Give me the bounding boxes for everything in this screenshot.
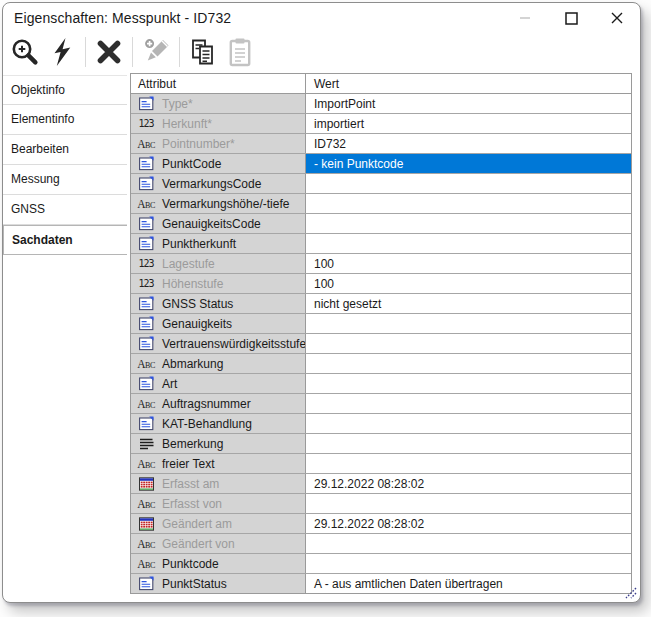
table-row[interactable]: PunktStatus A - aus amtlichen Daten über… [131,574,631,593]
attribute-cell: Abc Vermarkungshöhe/-tiefe [131,194,306,213]
attribute-label: VermarkungsCode [162,177,261,191]
attribute-label: Erfasst am [162,477,219,491]
text-icon: Abc [136,458,156,470]
table-row[interactable]: Art [131,374,631,394]
tab-label: Objektinfo [11,83,65,97]
screen: Eigenschaften: Messpunkt - ID732 Objekti… [0,0,651,617]
table-row[interactable]: Abc freier Text [131,454,631,474]
form-icon [136,216,156,231]
edit-add-button[interactable] [141,36,171,68]
attribute-label: Erfasst von [162,497,222,511]
value-cell: 29.12.2022 08:28:02 [306,514,631,533]
close-button[interactable] [594,3,640,33]
attribute-label: Höhenstufe [162,277,223,291]
table-row[interactable]: Type* ImportPoint [131,94,631,114]
attribute-label: GNSS Status [162,297,233,311]
table-row[interactable]: Abc Pointnumber* ID732 [131,134,631,154]
table-row[interactable]: 123 Höhenstufe 100 [131,274,631,294]
table-row[interactable]: GNSS Status nicht gesetzt [131,294,631,314]
form-icon [136,416,156,431]
attribute-label: Vertrauenswürdigkeitsstufe [162,337,306,351]
zoom-in-icon [10,37,40,67]
sidebar-tabs: Objektinfo Elementinfo Bearbeiten Messun… [3,71,127,598]
table-row[interactable]: 123 Herkunft* importiert [131,114,631,134]
number-icon: 123 [136,258,156,269]
attribute-cell: Abc freier Text [131,454,306,473]
text-icon: Abc [136,358,156,370]
header-wert: Wert [306,74,631,93]
value-cell [306,334,631,353]
table-row[interactable]: Bemerkung [131,434,631,454]
attribute-label: Type* [162,97,193,111]
table-row[interactable]: Abc Punktcode [131,554,631,574]
attribute-cell: GNSS Status [131,294,306,313]
table-row[interactable]: PunktCode - kein Punktcode [131,154,631,174]
lightning-button[interactable] [47,36,77,68]
table-row[interactable]: Abc Abmarkung [131,354,631,374]
table-row[interactable]: Abc Auftragsnummer [131,394,631,414]
table-row[interactable]: KAT-Behandlung [131,414,631,434]
attribute-cell: Abc Erfasst von [131,494,306,513]
minimize-button[interactable] [502,3,548,33]
sidebar-tab-gnss[interactable]: GNSS [3,195,127,225]
table-row[interactable]: Geändert am 29.12.2022 08:28:02 [131,514,631,534]
value-text: 29.12.2022 08:28:02 [314,477,424,491]
attribute-label: PunktCode [162,157,221,171]
attribute-label: Punktcode [162,557,219,571]
minimize-icon [519,12,531,24]
table-row[interactable]: Erfasst am 29.12.2022 08:28:02 [131,474,631,494]
table-row[interactable]: Punktherkunft [131,234,631,254]
value-cell [306,454,631,473]
value-cell: 29.12.2022 08:28:02 [306,474,631,493]
resize-grip[interactable] [623,585,637,599]
value-cell [306,174,631,193]
maximize-button[interactable] [548,3,594,33]
memo-icon [136,438,156,450]
form-icon [136,376,156,391]
table-row[interactable]: Abc Erfasst von [131,494,631,514]
attribute-cell: Genauigkeits [131,314,306,333]
attribute-label: GenauigkeitsCode [162,217,261,231]
sidebar-tab-sachdaten[interactable]: Sachdaten [3,225,127,255]
value-cell: nicht gesetzt [306,294,631,313]
header-attribut: Attribut [131,74,306,93]
attribute-label: Lagestufe [162,257,215,271]
resize-grip-icon [623,585,637,599]
value-text: 100 [314,277,334,291]
attribute-cell: 123 Höhenstufe [131,274,306,293]
form-icon [136,176,156,191]
table-row[interactable]: VermarkungsCode [131,174,631,194]
value-cell [306,414,631,433]
attribute-cell: Bemerkung [131,434,306,453]
delete-button[interactable] [94,36,124,68]
table-row[interactable]: GenauigkeitsCode [131,214,631,234]
copy-button[interactable] [188,36,218,68]
attribute-cell: Abc Geändert von [131,534,306,553]
sidebar-tab-bearbeiten[interactable]: Bearbeiten [3,135,127,165]
title-bar[interactable]: Eigenschaften: Messpunkt - ID732 [3,3,640,33]
paste-button[interactable] [225,36,255,68]
edit-add-icon [141,37,171,67]
table-row[interactable]: 123 Lagestufe 100 [131,254,631,274]
table-row[interactable]: Abc Vermarkungshöhe/-tiefe [131,194,631,214]
attribute-label: Pointnumber* [162,137,235,151]
value-cell [306,494,631,513]
attribute-cell: Abc Abmarkung [131,354,306,373]
form-icon [136,316,156,331]
value-cell [306,214,631,233]
zoom-in-button[interactable] [10,36,40,68]
value-text: 29.12.2022 08:28:02 [314,517,424,531]
sidebar-tab-objektinfo[interactable]: Objektinfo [3,75,127,105]
tab-label: Bearbeiten [11,142,69,156]
value-cell: ID732 [306,134,631,153]
attribute-cell: Vertrauenswürdigkeitsstufe [131,334,306,353]
value-cell: A - aus amtlichen Daten übertragen [306,574,631,593]
table-row[interactable]: Genauigkeits [131,314,631,334]
sidebar-tab-elementinfo[interactable]: Elementinfo [3,105,127,135]
lightning-icon [51,37,73,67]
attribute-grid: Attribut Wert Type* ImportPoint 123 Herk… [130,73,632,594]
sidebar-tab-messung[interactable]: Messung [3,165,127,195]
window-title: Eigenschaften: Messpunkt - ID732 [14,10,231,26]
table-row[interactable]: Abc Geändert von [131,534,631,554]
table-row[interactable]: Vertrauenswürdigkeitsstufe [131,334,631,354]
